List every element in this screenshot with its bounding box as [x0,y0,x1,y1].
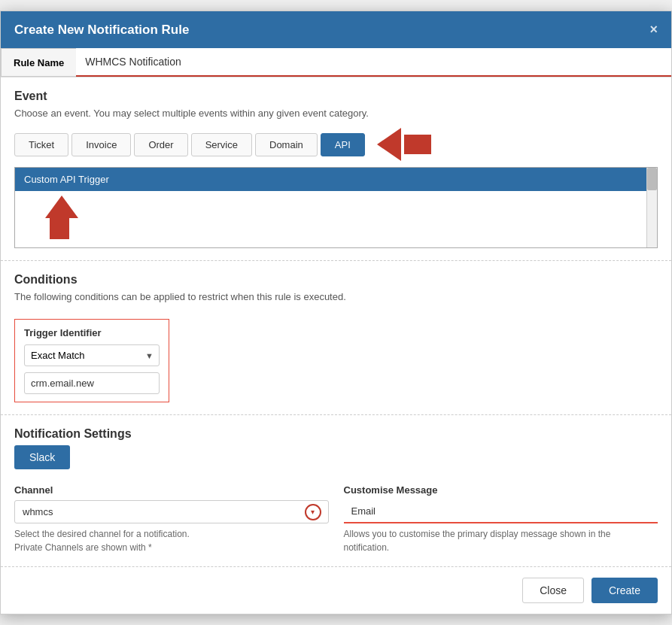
trigger-identifier-label: Trigger Identifier [24,327,160,338]
conditions-desc: The following conditions can be applied … [14,291,658,302]
modal-title: Create New Notification Rule [14,23,189,38]
close-button[interactable]: Close [522,578,584,603]
rule-name-row: Rule Name [1,48,671,77]
up-arrow-icon [27,196,78,239]
channel-field: Channel ▾ Select the desired channel for… [14,484,329,554]
tab-api[interactable]: API [321,133,365,156]
event-section: Event Choose an event. You may select mu… [1,77,671,261]
event-tabs: Ticket Invoice Order Service Domain API [14,133,368,156]
event-list: Custom API Trigger [15,168,657,191]
close-x-button[interactable]: × [649,22,658,38]
notification-settings-title: Notification Settings [14,427,658,441]
tab-invoice[interactable]: Invoice [71,133,131,156]
notification-grid: Channel ▾ Select the desired channel for… [14,484,658,554]
match-select-wrapper: Exact Match Contains Starts With ▼ [24,344,160,366]
trigger-identifier-box: Trigger Identifier Exact Match Contains … [14,319,169,402]
event-section-title: Event [14,90,658,103]
rule-name-input[interactable] [76,48,671,77]
tab-domain[interactable]: Domain [255,133,318,156]
rule-name-label: Rule Name [1,48,76,77]
channel-input[interactable] [14,500,329,523]
channel-desc: Select the desired channel for a notific… [14,527,329,554]
match-type-select[interactable]: Exact Match Contains Starts With [24,344,160,366]
channel-dropdown-icon[interactable]: ▾ [305,504,321,520]
api-arrow-indicator [377,128,431,161]
modal-header: Create New Notification Rule × [1,11,671,48]
tab-ticket[interactable]: Ticket [14,133,68,156]
scrollbar-thumb [647,168,657,190]
channel-label: Channel [14,484,329,496]
notification-settings-section: Notification Settings Slack Channel ▾ Se… [1,415,671,567]
event-section-desc: Choose an event. You may select multiple… [14,108,658,119]
red-arrow-icon [377,128,431,161]
slack-button[interactable]: Slack [14,445,70,469]
tab-service[interactable]: Service [191,133,252,156]
event-list-scrollbar[interactable] [646,168,657,247]
customise-message-input[interactable] [344,500,658,523]
channel-input-wrapper: ▾ [14,500,329,523]
modal-footer: Close Create [1,567,671,614]
customise-message-field: Customise Message Allows you to customis… [344,484,658,554]
create-button[interactable]: Create [591,578,658,603]
customise-message-desc: Allows you to customise the primary disp… [344,527,658,554]
tab-order[interactable]: Order [134,133,187,156]
conditions-title: Conditions [14,273,658,287]
event-list-item-custom-api-trigger[interactable]: Custom API Trigger [15,168,646,191]
customise-message-label: Customise Message [344,484,658,496]
conditions-section: Conditions The following conditions can … [1,261,671,415]
event-list-area: Custom API Trigger [14,167,658,248]
create-notification-rule-modal: Create New Notification Rule × Rule Name… [0,11,672,614]
trigger-value-input[interactable] [24,372,160,394]
